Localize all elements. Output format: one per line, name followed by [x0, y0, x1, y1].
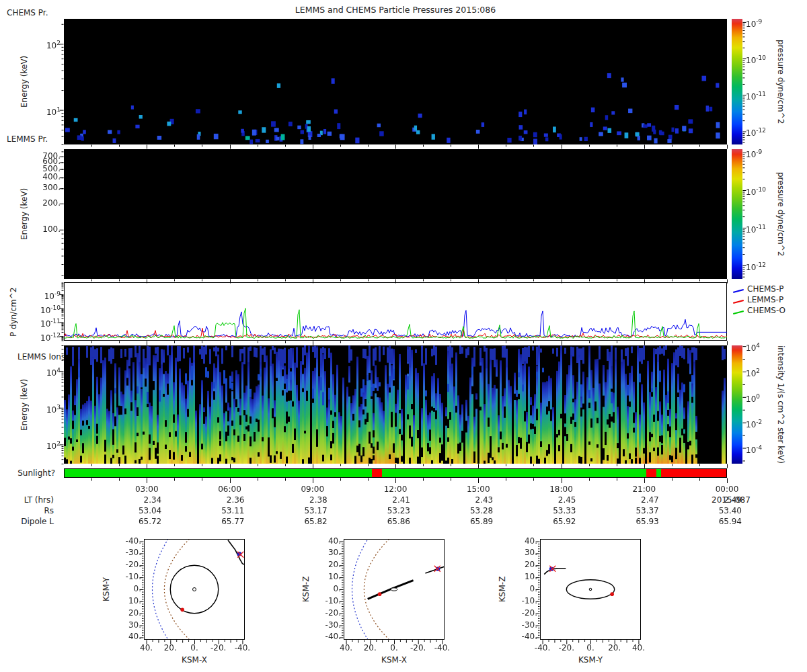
- orbit2-y-tick-label: 40.: [310, 537, 341, 546]
- dipole-l-value: 65.77: [196, 517, 245, 526]
- rs-value: 53.11: [196, 507, 245, 515]
- orbit1-x-tick-label: -20.: [205, 644, 232, 653]
- orbit1-y-tick-label: -10.: [110, 573, 141, 581]
- colorbar-tick-label-1-3: 10-12: [746, 261, 766, 272]
- rs-value: 53.04: [113, 507, 161, 515]
- time-tick-label: 12:00: [374, 485, 417, 494]
- orbit2-x-tick-label: -40.: [428, 644, 455, 653]
- dipole-l-value: 65.86: [362, 517, 410, 526]
- orbit2-y-tick-label: -40.: [310, 632, 341, 641]
- colorbar-tick-label-0-3: 10-12: [746, 126, 766, 138]
- y-tick-label-p2-6: 100.: [13, 225, 61, 234]
- colorbar-tick-label-0-1: 10-10: [746, 54, 766, 65]
- colorbar-title-pressure-1: pressure dyne/cm^2: [775, 19, 785, 144]
- lt-value: 2.34: [113, 496, 161, 505]
- y-tick-label-p2-3: 400.: [13, 173, 61, 181]
- legend-label-lemms-p: LEMMS-P: [747, 296, 783, 304]
- dipole-l-value: 65.92: [528, 517, 576, 526]
- sunlight-off-segment: [372, 469, 383, 477]
- orbit1-x-tick-label: -40.: [229, 644, 256, 653]
- dipole-l-value: 65.89: [445, 517, 493, 526]
- colorbar-tick-label-2-1: 102: [746, 367, 760, 378]
- rs-value: 53.23: [362, 507, 410, 515]
- orbit3-x-tick-label: 20.: [601, 644, 628, 653]
- orbit2-xlabel: KSM-X: [367, 656, 421, 665]
- orbit2-x-tick-label: 0.: [381, 644, 408, 653]
- lt-value: 2.41: [362, 496, 410, 505]
- colorbar-pressure-2: [732, 149, 742, 279]
- orbit3-y-tick-label: -10.: [506, 597, 537, 605]
- sunlight-on-segment: [382, 469, 646, 477]
- orbit2-y-tick-label: 30.: [310, 548, 341, 557]
- orbit1-x-tick-label: 40.: [133, 644, 160, 653]
- legend-label-chems-o: CHEMS-O: [747, 306, 785, 315]
- time-tick-label: 00:00: [705, 485, 748, 494]
- orbit2-y-tick-label: 20.: [310, 560, 341, 569]
- orbit3-y-tick-label: 10.: [506, 573, 537, 581]
- time-tick-label: 18:00: [540, 485, 583, 494]
- dipole-l-value: 65.94: [693, 517, 742, 526]
- orbit3-x-tick-label: -20.: [553, 644, 580, 653]
- lt-value: 2.47: [611, 496, 659, 505]
- sunlight-state-bar: [64, 468, 727, 478]
- lt-value: 2.49: [693, 496, 742, 505]
- orbit2-y-tick-label: -20.: [310, 609, 341, 618]
- chems-pressure-spectrogram: [64, 19, 727, 144]
- orbit-plot-ksmx-ksmz: [344, 539, 445, 640]
- dipole-l-value: 65.72: [113, 517, 161, 526]
- y-tick-label-p1-0: 102: [13, 39, 61, 50]
- legend-line-chems-o: [733, 310, 744, 314]
- colorbar-tick-label-2-0: 104: [746, 341, 760, 353]
- ephemeris-row-label-lt: LT (hrs): [0, 496, 54, 505]
- legend-label-chems-p: CHEMS-P: [747, 285, 784, 294]
- lt-value: 2.38: [279, 496, 328, 505]
- y-tick-label-p3-1: 10-10: [13, 304, 61, 315]
- y-tick-label-p4-1: 103: [13, 403, 61, 415]
- colorbar-tick-label-2-2: 100: [746, 392, 760, 404]
- orbit2-y-tick-label: -10.: [310, 597, 341, 605]
- ephemeris-row-label-dipole: Dipole L: [0, 517, 54, 526]
- ephemeris-row-label-rs: Rs: [0, 507, 54, 515]
- time-tick-label: 15:00: [457, 485, 500, 494]
- time-tick-label: 03:00: [125, 485, 168, 494]
- sunlight-off-segment: [661, 469, 726, 477]
- orbit3-x-tick-label: 0.: [577, 644, 604, 653]
- orbit3-y-tick-label: -30.: [506, 621, 537, 630]
- orbit2-x-tick-label: 40.: [333, 644, 360, 653]
- colorbar-title-pressure-2: pressure dyne/cm^2: [775, 149, 785, 279]
- orbit3-y-tick-label: -40.: [506, 632, 537, 641]
- orbit1-y-tick-label: 30.: [110, 621, 141, 630]
- orbit3-x-tick-label: -40.: [529, 644, 556, 653]
- colorbar-tick-label-2-4: 10-4: [746, 444, 762, 455]
- colorbar-tick-label-2-3: 10-2: [746, 418, 762, 429]
- lemms-ions-spectrogram: [64, 345, 727, 464]
- dipole-l-value: 65.82: [279, 517, 328, 526]
- orbit2-y-tick-label: 10.: [310, 573, 341, 581]
- rs-value: 53.33: [528, 507, 576, 515]
- orbit3-y-tick-label: 30.: [506, 548, 537, 557]
- colorbar-tick-label-0-2: 10-11: [746, 90, 766, 101]
- orbit3-y-tick-label: -20.: [506, 609, 537, 618]
- orbit1-y-tick-label: 40.: [110, 632, 141, 641]
- rs-value: 53.17: [279, 507, 328, 515]
- y-tick-label-p2-4: 300.: [13, 183, 61, 192]
- orbit1-y-tick-label: 0.: [110, 585, 141, 593]
- orbit3-y-tick-label: 40.: [506, 537, 537, 546]
- plot-page: LEMMS and CHEMS Particle Pressures 2015:…: [0, 0, 807, 672]
- orbit-plot-ksmx-ksmy: [144, 539, 245, 640]
- orbit1-x-tick-label: 20.: [157, 644, 184, 653]
- y-tick-label-p3-2: 10-11: [13, 317, 61, 329]
- orbit2-y-tick-label: 0.: [310, 585, 341, 593]
- legend-line-lemms-p: [733, 300, 744, 304]
- colorbar-tick-label-1-2: 10-11: [746, 223, 766, 235]
- orbit2-x-tick-label: 20.: [356, 644, 383, 653]
- orbit1-x-tick-label: 0.: [181, 644, 208, 653]
- orbit3-x-tick-label: 40.: [625, 644, 652, 653]
- colorbar-tick-label-1-0: 10-9: [746, 148, 762, 159]
- y-tick-label-p4-2: 102: [13, 439, 61, 451]
- y-tick-label-p3-3: 10-12: [13, 331, 61, 343]
- sunlight-label: Sunlight?: [0, 469, 55, 478]
- rs-value: 53.40: [693, 507, 742, 515]
- orbit1-y-tick-label: -40.: [110, 537, 141, 546]
- time-tick-label: 09:00: [291, 485, 334, 494]
